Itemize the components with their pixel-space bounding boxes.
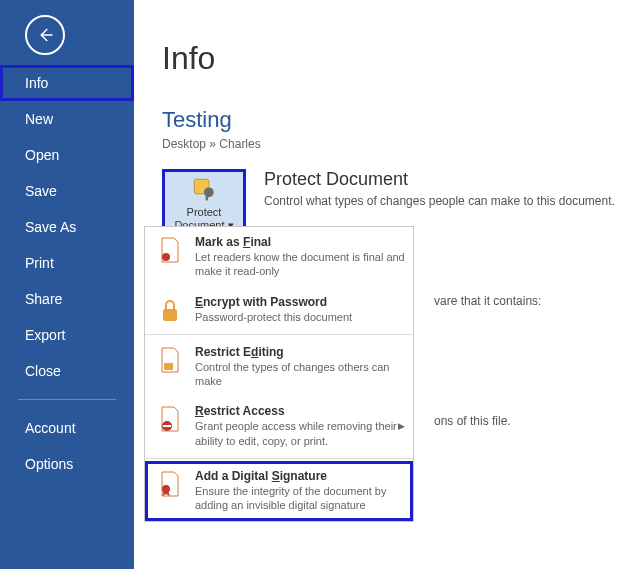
desc: Grant people access while removing their… [195,419,405,448]
label: Print [25,255,54,271]
svg-rect-2 [206,195,208,200]
desc: Let readers know the document is final a… [195,250,405,279]
menu-item-mark-as-final[interactable]: Mark as Final Let readers know the docum… [145,227,413,287]
back-button[interactable] [25,15,65,55]
label: Close [25,363,61,379]
menu-item-restrict-editing[interactable]: Restrict Editing Control the types of ch… [145,337,413,397]
sidebar-item-save[interactable]: Save [0,173,134,209]
title: Restrict Access [195,404,405,418]
background-text-versions: ons of this file. [434,414,511,428]
chevron-right-icon: ▶ [398,421,405,431]
menu-divider [145,334,413,335]
menu-item-digital-signature[interactable]: Add a Digital Signature Ensure the integ… [145,461,413,521]
protect-subtitle: Control what types of changes people can… [264,194,615,208]
protect-title: Protect Document [264,169,615,190]
svg-point-3 [162,253,170,261]
label: Open [25,147,59,163]
label: Share [25,291,62,307]
breadcrumb: Desktop » Charles [162,137,635,151]
title: Restrict Editing [195,345,405,359]
lock-icon [155,295,185,324]
protect-info: Protect Document Control what types of c… [264,169,615,208]
desc: Control the types of changes others can … [195,360,405,389]
sidebar: Info New Open Save Save As Print Share E… [0,0,134,569]
desc: Ensure the integrity of the document by … [195,484,405,513]
sidebar-item-share[interactable]: Share [0,281,134,317]
sidebar-item-new[interactable]: New [0,101,134,137]
title: Encrypt with Password [195,295,405,309]
svg-rect-7 [163,425,171,427]
label: Options [25,456,73,472]
protect-document-menu: Mark as Final Let readers know the docum… [144,226,414,522]
sidebar-item-account[interactable]: Account [0,410,134,446]
document-block-icon [155,404,185,448]
sidebar-item-print[interactable]: Print [0,245,134,281]
desc: Password-protect this document [195,310,405,324]
sidebar-item-info[interactable]: Info [0,65,134,101]
sidebar-item-close[interactable]: Close [0,353,134,389]
sidebar-item-options[interactable]: Options [0,446,134,482]
menu-item-encrypt[interactable]: Encrypt with Password Password-protect t… [145,287,413,332]
label: Save [25,183,57,199]
document-ribbon-icon [155,469,185,513]
arrow-left-icon [36,26,54,44]
svg-rect-5 [164,363,173,370]
title: Mark as Final [195,235,405,249]
document-name: Testing [162,107,635,133]
content-area: Info Testing Desktop » Charles Protect D… [134,0,635,239]
label: Info [25,75,48,91]
label1: Protect [187,206,222,219]
document-badge-icon [155,235,185,279]
label: Account [25,420,76,436]
background-text-inspect: vare that it contains: [434,294,541,308]
sidebar-item-export[interactable]: Export [0,317,134,353]
svg-point-1 [204,187,214,197]
svg-rect-4 [163,309,177,321]
label: New [25,111,53,127]
sidebar-item-open[interactable]: Open [0,137,134,173]
label: Save As [25,219,76,235]
sidebar-divider [18,399,116,400]
title: Add a Digital Signature [195,469,405,483]
page-title: Info [162,40,635,77]
label: Export [25,327,65,343]
menu-item-restrict-access[interactable]: Restrict Access Grant people access whil… [145,396,413,456]
document-lock-icon [155,345,185,389]
menu-divider [145,458,413,459]
sidebar-item-save-as[interactable]: Save As [0,209,134,245]
lock-key-icon [191,176,217,202]
